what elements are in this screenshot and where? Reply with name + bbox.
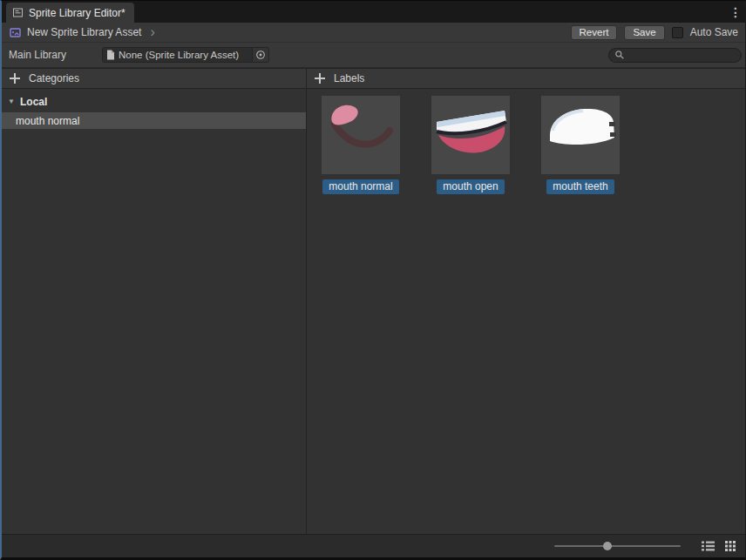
grid-view-button[interactable] [722, 538, 738, 554]
sprite-thumbnail-mouth-open[interactable] [431, 96, 510, 174]
main-library-label: Main Library [9, 49, 102, 61]
asset-document-icon [103, 50, 115, 60]
labels-panel: mouth normal mouth open [307, 89, 745, 534]
categories-panel: ▼ Local mouth normal [2, 89, 307, 534]
sprite-library-asset-icon [9, 26, 22, 39]
thumbnail-size-slider[interactable] [554, 542, 681, 550]
tab-sprite-library-editor[interactable]: Sprite Library Editor* [6, 3, 134, 23]
label-cell-mouth-teeth[interactable]: mouth teeth [541, 96, 620, 194]
label-cell-mouth-open[interactable]: mouth open [431, 96, 510, 194]
list-view-icon [702, 541, 715, 551]
breadcrumb[interactable]: New Sprite Library Asset › [9, 26, 155, 39]
sprite-label-mouth-teeth[interactable]: mouth teeth [546, 179, 614, 194]
status-bar [2, 534, 745, 557]
label-cell-mouth-normal[interactable]: mouth normal [322, 96, 400, 194]
slider-track[interactable] [554, 545, 681, 547]
add-category-icon[interactable] [10, 73, 20, 84]
object-field-value: None (Sprite Library Asset) [115, 50, 252, 60]
list-view-button[interactable] [700, 538, 715, 554]
labels-header: Labels [307, 69, 745, 88]
add-label-icon[interactable] [315, 73, 325, 84]
breadcrumb-separator-icon: › [150, 28, 154, 37]
panel-headers: Categories Labels [2, 68, 745, 89]
search-field[interactable] [608, 48, 742, 63]
tab-bar: Sprite Library Editor* ⋮ [2, 1, 745, 23]
sprite-label-mouth-normal[interactable]: mouth normal [322, 179, 398, 194]
toolbar: New Sprite Library Asset › Revert Save A… [2, 23, 745, 43]
local-foldout[interactable]: ▼ Local [2, 93, 306, 110]
revert-button[interactable]: Revert [571, 25, 618, 40]
labels-header-label: Labels [334, 72, 364, 84]
tab-title: Sprite Library Editor* [29, 7, 125, 19]
category-row-mouth-normal[interactable]: mouth normal [2, 112, 306, 129]
auto-save-label: Auto Save [690, 26, 738, 38]
slider-thumb[interactable] [603, 542, 612, 550]
sprite-library-editor-window: Sprite Library Editor* ⋮ New Sprite Libr… [0, 0, 746, 560]
main-library-row: Main Library None (Sprite Library Asset) [2, 43, 745, 68]
sprite-label-mouth-open[interactable]: mouth open [437, 179, 504, 194]
sprite-thumbnail-mouth-normal[interactable] [322, 96, 400, 174]
categories-header-label: Categories [29, 72, 79, 84]
search-input[interactable] [625, 50, 741, 60]
sprite-library-editor-tab-icon [12, 7, 24, 18]
sprite-thumbnail-mouth-teeth[interactable] [541, 96, 620, 174]
auto-save-checkbox[interactable] [672, 27, 683, 38]
grid-view-icon [725, 541, 736, 551]
categories-header: Categories [2, 69, 307, 88]
save-button[interactable]: Save [624, 25, 664, 40]
local-foldout-label: Local [20, 96, 47, 108]
object-picker-icon [255, 50, 266, 60]
toolbar-actions: Revert Save Auto Save [571, 25, 745, 40]
foldout-arrow-icon: ▼ [8, 98, 17, 105]
breadcrumb-label: New Sprite Library Asset [27, 26, 141, 38]
object-picker-button[interactable] [252, 48, 268, 62]
search-icon [614, 50, 625, 60]
window-menu-button[interactable]: ⋮ [726, 1, 745, 23]
main-library-object-field[interactable]: None (Sprite Library Asset) [102, 47, 269, 63]
panels: ▼ Local mouth normal mouth normal [2, 89, 745, 534]
